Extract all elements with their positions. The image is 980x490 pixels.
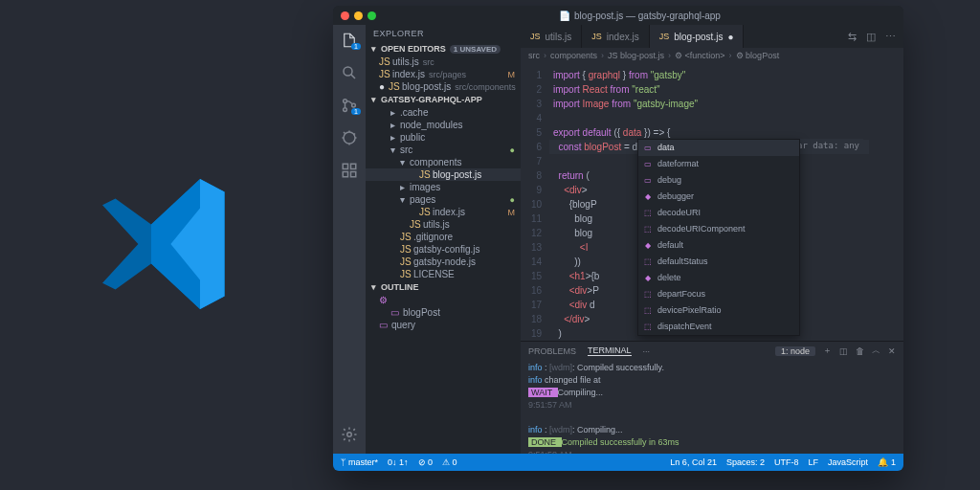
- file-item[interactable]: JS gatsby-node.js: [366, 256, 521, 268]
- extensions-icon[interactable]: [340, 161, 359, 180]
- file-icon: 📄: [559, 11, 570, 21]
- titlebar: 📄 blog-post.js — gatsby-graphql-app: [333, 6, 903, 25]
- debug-icon[interactable]: [340, 128, 359, 147]
- vscode-logo: [86, 163, 249, 325]
- intellisense-popup[interactable]: ▭data▭dateformat▭debug◆debugger⬚decodeUR…: [637, 139, 800, 336]
- suggest-item[interactable]: ▭data: [638, 140, 799, 156]
- suggest-item[interactable]: ▭debug: [638, 172, 799, 189]
- folder-item[interactable]: ▾src●: [366, 144, 521, 156]
- suggest-item[interactable]: ◆debugger: [638, 189, 799, 205]
- svg-point-1: [344, 100, 347, 103]
- indent-setting[interactable]: Spaces: 2: [726, 457, 765, 467]
- maximize-window[interactable]: [368, 11, 376, 20]
- notifications-icon[interactable]: 🔔 1: [878, 457, 896, 467]
- git-sync[interactable]: 0↓ 1↑: [388, 457, 409, 467]
- more-icon[interactable]: ⋯: [885, 31, 896, 43]
- editor-group: JSutils.jsJSindex.jsJSblog-post.js ●⇆◫⋯ …: [521, 25, 903, 454]
- split-terminal-icon[interactable]: ◫: [839, 346, 848, 356]
- search-icon[interactable]: [340, 63, 359, 82]
- editor-tab[interactable]: JSindex.js: [582, 25, 649, 48]
- file-item[interactable]: JS .gitignore: [366, 231, 521, 243]
- suggest-item[interactable]: ◆default: [638, 237, 799, 254]
- outline-header[interactable]: ▾OUTLINE: [366, 280, 521, 294]
- svg-rect-5: [343, 164, 347, 168]
- open-editor-item[interactable]: JS index.js src/pagesM: [366, 68, 521, 80]
- suggest-item[interactable]: ⬚devicePixelRatio: [638, 302, 799, 319]
- file-item[interactable]: JS LICENSE: [366, 268, 521, 280]
- language-mode[interactable]: JavaScript: [828, 457, 868, 467]
- svg-rect-7: [351, 172, 356, 177]
- activity-bar: 1 1: [333, 25, 366, 454]
- status-errors[interactable]: ⊘ 0: [418, 457, 434, 467]
- panel-close-icon[interactable]: ✕: [888, 346, 896, 356]
- svg-rect-6: [343, 172, 347, 177]
- eol[interactable]: LF: [808, 457, 818, 467]
- terminal-selector[interactable]: 1: node: [775, 346, 815, 356]
- trash-icon[interactable]: 🗑: [856, 346, 864, 356]
- open-editor-item[interactable]: ● JS blog-post.js src/components: [366, 80, 521, 93]
- sidebar: EXPLORER ▾OPEN EDITORS 1 UNSAVED JS util…: [366, 25, 521, 454]
- svg-point-3: [352, 103, 356, 107]
- file-item[interactable]: JS gatsby-config.js: [366, 243, 521, 256]
- project-header[interactable]: ▾GATSBY-GRAPHQL-APP: [366, 93, 521, 106]
- suggest-item[interactable]: ⬚departFocus: [638, 286, 799, 302]
- breadcrumbs[interactable]: src›components›JS blog-post.js›⚙ <functi…: [521, 48, 903, 64]
- explorer-icon[interactable]: 1: [340, 31, 359, 50]
- file-item[interactable]: JS blog-post.js: [366, 168, 521, 181]
- panel-tab-terminal[interactable]: TERMINAL: [588, 345, 632, 356]
- panel-tab-more[interactable]: ···: [643, 346, 651, 356]
- split-icon[interactable]: ◫: [866, 31, 876, 43]
- open-editor-item[interactable]: JS utils.js src: [366, 56, 521, 68]
- new-terminal-icon[interactable]: ＋: [823, 345, 832, 357]
- minimap[interactable]: [869, 64, 903, 341]
- close-window[interactable]: [341, 11, 349, 20]
- line-gutter: 12345678910111213141516171819: [521, 64, 549, 341]
- outline-item[interactable]: ⚙: [366, 294, 521, 306]
- svg-point-0: [344, 67, 352, 76]
- code-area[interactable]: 12345678910111213141516171819 import { g…: [521, 64, 903, 341]
- editor-tab[interactable]: JSutils.js: [521, 25, 582, 48]
- suggest-item[interactable]: ⬚decodeURIComponent: [638, 221, 799, 237]
- folder-item[interactable]: ▸images: [366, 181, 521, 193]
- compare-icon[interactable]: ⇆: [848, 31, 857, 43]
- status-warnings[interactable]: ⚠ 0: [442, 457, 457, 467]
- svg-point-4: [344, 132, 355, 144]
- outline-item[interactable]: ▭ blogPost: [366, 306, 521, 319]
- status-bar: ᛘ master* 0↓ 1↑ ⊘ 0 ⚠ 0 Ln 6, Col 21 Spa…: [333, 454, 903, 471]
- suggest-item[interactable]: ▭dateformat: [638, 156, 799, 172]
- settings-icon[interactable]: [340, 425, 359, 444]
- folder-item[interactable]: ▸.cache: [366, 106, 521, 119]
- svg-point-2: [344, 108, 347, 112]
- encoding[interactable]: UTF-8: [774, 457, 799, 467]
- open-editors-header[interactable]: ▾OPEN EDITORS 1 UNSAVED: [366, 42, 521, 56]
- panel-tab-problems[interactable]: PROBLEMS: [528, 346, 576, 356]
- title-project: gatsby-graphql-app: [638, 11, 721, 21]
- title-filename: blog-post.js: [574, 11, 623, 21]
- source-control-icon[interactable]: 1: [340, 96, 359, 115]
- editor-tabs: JSutils.jsJSindex.jsJSblog-post.js ●⇆◫⋯: [521, 25, 903, 48]
- folder-item[interactable]: ▾components: [366, 156, 521, 168]
- unsaved-badge: 1 UNSAVED: [450, 45, 501, 54]
- sidebar-title: EXPLORER: [366, 25, 521, 42]
- svg-rect-8: [351, 164, 356, 168]
- terminal-output[interactable]: info : [wdm]: Compiled successfully.info…: [521, 360, 903, 454]
- suggest-item[interactable]: ⬚defaultStatus: [638, 254, 799, 270]
- outline-item[interactable]: ▭ query: [366, 319, 521, 331]
- suggest-item[interactable]: ⬚dispatchEvent: [638, 319, 799, 335]
- folder-item[interactable]: ▸public: [366, 131, 521, 144]
- cursor-position[interactable]: Ln 6, Col 21: [670, 457, 717, 467]
- editor-tab[interactable]: JSblog-post.js ●: [650, 25, 745, 48]
- panel-up-icon[interactable]: ︿: [872, 345, 880, 357]
- bottom-panel: PROBLEMS TERMINAL ··· 1: node ＋ ◫ 🗑 ︿ ✕ …: [521, 341, 903, 454]
- file-item[interactable]: JS index.jsM: [366, 206, 521, 218]
- suggest-item[interactable]: ◆delete: [638, 270, 799, 286]
- file-item[interactable]: JS utils.js: [366, 218, 521, 231]
- folder-item[interactable]: ▾pages●: [366, 193, 521, 206]
- minimize-window[interactable]: [354, 11, 363, 20]
- git-branch[interactable]: ᛘ master*: [341, 457, 378, 467]
- folder-item[interactable]: ▸node_modules: [366, 119, 521, 131]
- svg-point-9: [347, 433, 352, 437]
- suggest-item[interactable]: ⬚decodeURI: [638, 205, 799, 221]
- editor-window: 📄 blog-post.js — gatsby-graphql-app 1 1 …: [333, 6, 903, 471]
